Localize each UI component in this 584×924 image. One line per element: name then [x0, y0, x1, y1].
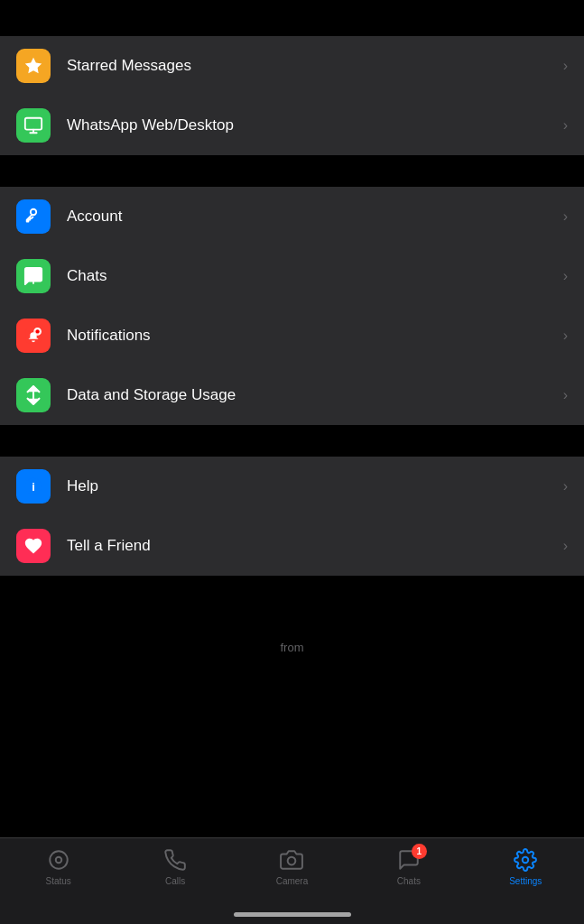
- menu-item-starred-messages[interactable]: Starred Messages ›: [0, 36, 584, 96]
- starred-icon: [16, 49, 51, 83]
- gap-1: [0, 155, 584, 187]
- status-nav-label: Status: [46, 876, 71, 886]
- data-storage-label: Data and Storage Usage: [67, 386, 563, 404]
- gap-3: [0, 576, 584, 630]
- menu-item-chats[interactable]: Chats ›: [0, 246, 584, 306]
- svg-point-10: [523, 857, 529, 864]
- chevron-icon: ›: [563, 387, 568, 403]
- account-icon: [16, 199, 51, 234]
- svg-point-7: [50, 851, 68, 869]
- settings-nav-label: Settings: [509, 876, 542, 886]
- chats-badge: 1: [412, 844, 427, 859]
- chevron-icon: ›: [563, 208, 568, 225]
- chevron-icon: ›: [563, 478, 568, 494]
- nav-item-chats[interactable]: 1 Chats: [382, 847, 436, 886]
- chats-label: Chats: [67, 267, 563, 285]
- svg-point-8: [55, 857, 61, 864]
- data-storage-icon: [16, 378, 51, 412]
- calls-icon: [162, 847, 188, 873]
- nav-items-container: Status Calls Camera: [0, 838, 584, 893]
- tell-friend-icon: [16, 529, 51, 563]
- svg-text:i: i: [32, 480, 35, 494]
- menu-item-whatsapp-web[interactable]: WhatsApp Web/Desktop ›: [0, 96, 584, 155]
- gap-2: [0, 425, 584, 457]
- account-label: Account: [67, 208, 563, 226]
- status-bar: [0, 0, 584, 36]
- status-icon: [46, 847, 71, 873]
- nav-item-settings[interactable]: Settings: [498, 847, 552, 886]
- middle-section: Account › Chats › Notifications ›: [0, 187, 584, 425]
- settings-icon: [513, 847, 538, 873]
- menu-item-tell-friend[interactable]: Tell a Friend ›: [0, 516, 584, 576]
- starred-messages-label: Starred Messages: [67, 57, 563, 75]
- top-section: Starred Messages › WhatsApp Web/Desktop …: [0, 36, 584, 155]
- chevron-icon: ›: [563, 328, 568, 344]
- svg-point-4: [35, 329, 41, 335]
- help-label: Help: [67, 477, 563, 495]
- nav-item-camera[interactable]: Camera: [264, 847, 319, 886]
- chevron-icon: ›: [563, 58, 568, 74]
- nav-item-status[interactable]: Status: [32, 847, 86, 886]
- from-text: from: [0, 630, 584, 661]
- menu-item-data-storage[interactable]: Data and Storage Usage ›: [0, 365, 584, 425]
- chevron-icon: ›: [563, 268, 568, 284]
- svg-point-9: [288, 857, 296, 865]
- chats-nav-label: Chats: [397, 876, 421, 886]
- camera-nav-label: Camera: [276, 876, 309, 886]
- whatsapp-web-label: WhatsApp Web/Desktop: [67, 116, 563, 134]
- menu-item-help[interactable]: i Help ›: [0, 457, 584, 516]
- svg-rect-0: [25, 118, 42, 130]
- notifications-icon: [16, 319, 51, 353]
- bottom-nav: Status Calls Camera: [0, 837, 584, 924]
- menu-item-notifications[interactable]: Notifications ›: [0, 306, 584, 365]
- home-bar: [234, 912, 351, 917]
- camera-icon: [279, 847, 304, 873]
- menu-item-account[interactable]: Account ›: [0, 187, 584, 246]
- chevron-icon: ›: [563, 117, 568, 134]
- svg-point-1: [31, 273, 36, 279]
- chevron-icon: ›: [563, 538, 568, 554]
- chats-settings-icon: [16, 259, 51, 293]
- nav-item-calls[interactable]: Calls: [148, 847, 202, 886]
- home-indicator: [0, 893, 584, 924]
- bottom-section: i Help › Tell a Friend ›: [0, 457, 584, 576]
- tell-friend-label: Tell a Friend: [67, 537, 563, 555]
- whatsapp-web-icon: [16, 108, 51, 143]
- chats-nav-icon: 1: [396, 847, 422, 873]
- notifications-label: Notifications: [67, 327, 563, 345]
- calls-nav-label: Calls: [165, 876, 185, 886]
- help-icon: i: [16, 469, 51, 504]
